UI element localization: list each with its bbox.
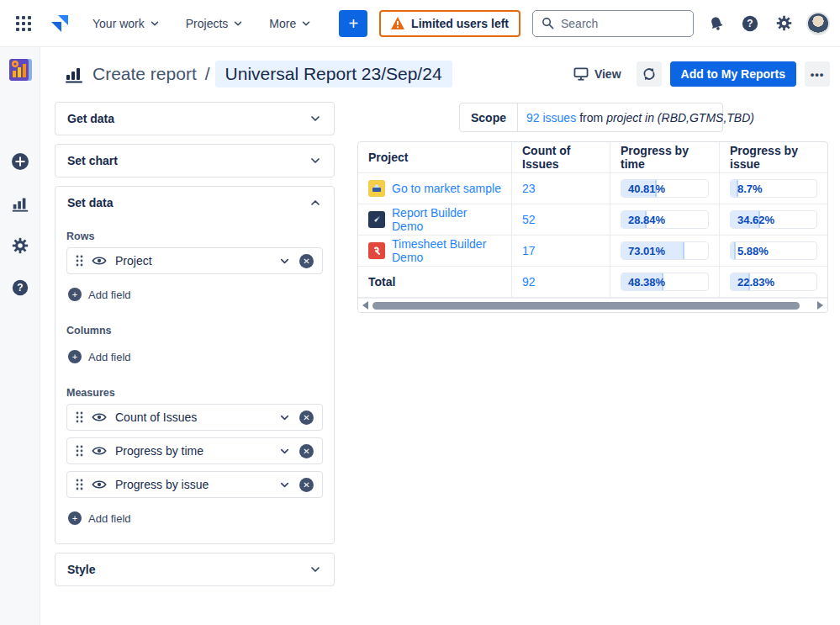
progress-bar-time: 73.01% bbox=[621, 241, 709, 260]
gear-icon bbox=[775, 14, 793, 32]
settings-button[interactable] bbox=[773, 10, 795, 37]
get-data-header[interactable]: Get data bbox=[55, 103, 334, 135]
search-icon bbox=[542, 17, 554, 29]
eye-icon[interactable] bbox=[92, 445, 107, 457]
remove-field-icon[interactable]: ✕ bbox=[299, 254, 314, 268]
row-field-project[interactable]: Project ✕ bbox=[66, 247, 323, 274]
more-options-button[interactable]: ••• bbox=[805, 61, 830, 87]
progress-bar-issue: 5.88% bbox=[730, 241, 817, 260]
add-measure-field-button[interactable]: + Add field bbox=[68, 511, 131, 525]
scrollbar-thumb[interactable] bbox=[372, 302, 800, 310]
plus-circle-icon: + bbox=[68, 350, 82, 363]
count-value[interactable]: 52 bbox=[512, 204, 610, 236]
limited-users-button[interactable]: Limited users left bbox=[379, 10, 520, 37]
project-avatar-icon bbox=[368, 242, 385, 259]
scope-filter-text: project in (RBD,GTMS,TBD) bbox=[606, 111, 754, 124]
chevron-down-icon bbox=[300, 18, 312, 29]
plus-circle-icon: + bbox=[68, 288, 82, 301]
eye-icon[interactable] bbox=[92, 411, 107, 423]
table-row: Report Builder Demo 52 28.84% 34.62% bbox=[358, 204, 827, 236]
style-section: Style bbox=[55, 553, 335, 586]
rail-reports-button[interactable] bbox=[8, 192, 32, 215]
rail-add-button[interactable] bbox=[8, 150, 32, 173]
drag-handle-icon[interactable] bbox=[76, 479, 83, 490]
drag-handle-icon[interactable] bbox=[76, 445, 83, 457]
set-chart-section: Set chart bbox=[55, 144, 335, 177]
chevron-down-icon bbox=[149, 18, 161, 29]
create-button[interactable]: + bbox=[339, 10, 367, 37]
table-row: Go to market sample 23 40.81% 8.7% bbox=[358, 173, 827, 204]
remove-field-icon[interactable]: ✕ bbox=[299, 444, 314, 458]
column-header-count[interactable]: Count of Issues bbox=[512, 142, 610, 173]
help-button[interactable]: ? bbox=[739, 10, 761, 37]
add-column-field-button[interactable]: + Add field bbox=[68, 350, 131, 363]
chevron-down-icon bbox=[309, 112, 322, 125]
add-row-field-button[interactable]: + Add field bbox=[68, 288, 131, 301]
report-chart-icon bbox=[64, 64, 84, 84]
report-builder-logo[interactable] bbox=[6, 56, 34, 84]
nav-more[interactable]: More bbox=[264, 12, 317, 35]
remove-field-icon[interactable]: ✕ bbox=[299, 410, 314, 425]
rail-help-button[interactable]: ? bbox=[8, 276, 32, 299]
main-content: Create report / Universal Report 23/Sep/… bbox=[40, 47, 840, 625]
search-input[interactable] bbox=[561, 17, 679, 30]
scroll-right-icon[interactable] bbox=[817, 301, 823, 310]
refresh-button[interactable] bbox=[637, 61, 662, 87]
nav-your-work[interactable]: Your work bbox=[87, 12, 166, 35]
report-builder-panel: Get data Set chart Set data bbox=[55, 102, 335, 595]
drag-handle-icon[interactable] bbox=[76, 411, 83, 423]
drag-handle-icon[interactable] bbox=[76, 255, 83, 267]
project-link[interactable]: Go to market sample bbox=[368, 180, 501, 197]
app-switcher-button[interactable] bbox=[10, 10, 37, 37]
horizontal-scrollbar[interactable] bbox=[358, 298, 827, 312]
measure-field-progress-by-issue[interactable]: Progress by issue ✕ bbox=[66, 471, 323, 498]
count-value[interactable]: 17 bbox=[512, 236, 610, 267]
question-circle-icon: ? bbox=[741, 14, 759, 33]
column-header-progress-issue[interactable]: Progress by issue bbox=[720, 142, 827, 173]
user-avatar[interactable] bbox=[806, 12, 830, 35]
total-count[interactable]: 92 bbox=[512, 267, 610, 298]
add-to-my-reports-button[interactable]: Add to My Reports bbox=[670, 61, 796, 87]
table-header-row: Project Count of Issues Progress by time… bbox=[358, 142, 827, 173]
scroll-left-icon[interactable] bbox=[362, 301, 368, 310]
eye-icon[interactable] bbox=[92, 255, 107, 267]
progress-bar-time: 28.84% bbox=[621, 210, 709, 229]
report-title-input[interactable]: Universal Report 23/Sep/24 bbox=[215, 61, 452, 87]
top-navigation-bar: Your work Projects More + Limited users … bbox=[0, 0, 840, 47]
search-box[interactable] bbox=[532, 10, 694, 37]
notifications-button[interactable] bbox=[705, 10, 727, 37]
nav-projects[interactable]: Projects bbox=[181, 12, 250, 35]
column-header-project[interactable]: Project bbox=[358, 142, 512, 173]
set-data-section: Set data Rows Project bbox=[55, 186, 335, 544]
scope-bar: Scope 92 issues from project in (RBD,GTM… bbox=[459, 103, 723, 132]
column-header-progress-time[interactable]: Progress by time bbox=[610, 142, 720, 173]
remove-field-icon[interactable]: ✕ bbox=[299, 478, 314, 492]
scrollbar-track[interactable] bbox=[372, 302, 813, 310]
view-button[interactable]: View bbox=[567, 62, 628, 86]
progress-bar-issue: 34.62% bbox=[730, 210, 817, 229]
chevron-down-icon[interactable] bbox=[278, 479, 291, 491]
eye-icon[interactable] bbox=[92, 479, 107, 490]
get-data-section: Get data bbox=[55, 102, 335, 135]
progress-bar-issue-total: 22.83% bbox=[730, 273, 817, 291]
set-data-header[interactable]: Set data bbox=[55, 187, 334, 219]
count-value[interactable]: 23 bbox=[512, 173, 610, 204]
rail-settings-button[interactable] bbox=[8, 234, 32, 257]
measure-field-count-of-issues[interactable]: Count of Issues ✕ bbox=[66, 404, 323, 431]
chevron-down-icon[interactable] bbox=[278, 411, 291, 424]
style-header[interactable]: Style bbox=[55, 553, 334, 585]
refresh-icon bbox=[642, 66, 657, 82]
chevron-down-icon[interactable] bbox=[278, 445, 291, 458]
project-link[interactable]: Report Builder Demo bbox=[368, 206, 501, 233]
issues-count-link[interactable]: 92 issues bbox=[526, 111, 576, 124]
left-app-rail: ? bbox=[0, 47, 40, 625]
measure-field-progress-by-time[interactable]: Progress by time ✕ bbox=[66, 437, 323, 464]
progress-bar-time-total: 48.38% bbox=[621, 273, 709, 291]
project-link[interactable]: Timesheet Builder Demo bbox=[368, 237, 501, 264]
jira-logo-icon[interactable] bbox=[45, 10, 72, 37]
chevron-down-icon bbox=[309, 154, 322, 167]
report-table: Project Count of Issues Progress by time… bbox=[357, 141, 828, 313]
set-chart-header[interactable]: Set chart bbox=[55, 145, 334, 177]
svg-text:?: ? bbox=[17, 282, 23, 294]
chevron-down-icon[interactable] bbox=[278, 255, 291, 267]
